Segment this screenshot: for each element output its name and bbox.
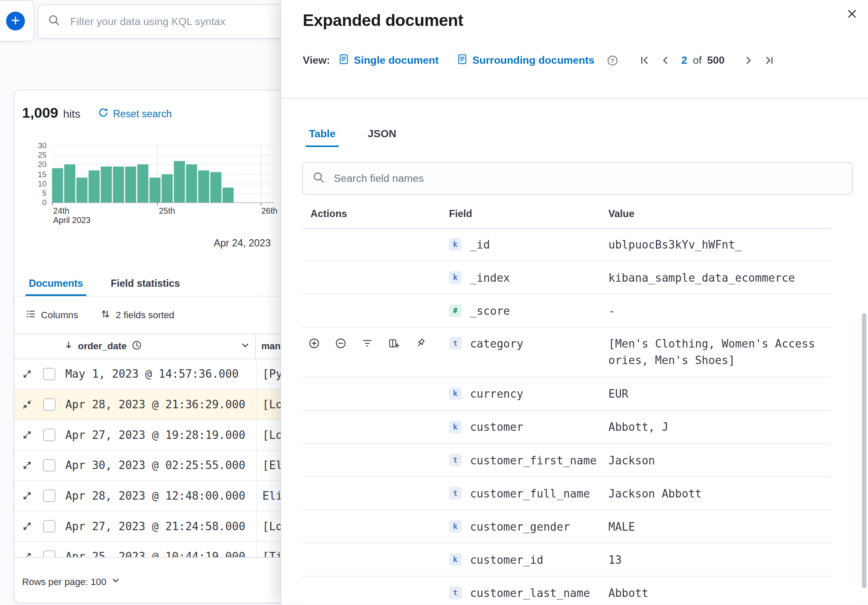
row-checkbox[interactable] — [43, 368, 56, 380]
next-document-button[interactable] — [741, 53, 756, 68]
x-tick-sublabel: April 2023 — [53, 215, 91, 225]
histogram-bar[interactable] — [113, 167, 124, 203]
table-row[interactable]: Apr 30, 2023 @ 02:25:55.000 [El — [14, 450, 302, 481]
plus-icon — [11, 15, 20, 27]
close-icon — [846, 8, 857, 21]
view-options-row: View: Single document Surrounding docume… — [303, 53, 777, 68]
tab-table[interactable]: Table — [306, 127, 339, 147]
order-date-cell: Apr 27, 2023 @ 19:28:19.000 — [65, 420, 257, 450]
tab-documents[interactable]: Documents — [26, 277, 86, 296]
histogram-bar[interactable] — [150, 178, 161, 203]
field-search-bar[interactable] — [302, 162, 852, 195]
histogram-bar[interactable] — [88, 170, 99, 203]
single-document-link[interactable]: Single document — [339, 54, 439, 68]
add-button[interactable] — [6, 11, 25, 30]
tab-field-statistics[interactable]: Field statistics — [108, 277, 183, 296]
field-value: ublpuocBs3kYv_hWFnt_ — [608, 228, 819, 261]
field-name: _score — [470, 304, 510, 317]
first-document-button[interactable] — [637, 53, 652, 68]
histogram-bar[interactable] — [210, 172, 221, 202]
kql-search-input[interactable] — [69, 15, 303, 28]
document-field-row: k_id ublpuocBs3kYv_hWFnt_ — [302, 228, 831, 261]
document-field-row: kcustomer_id 13 — [302, 543, 831, 577]
histogram-bar[interactable] — [162, 174, 173, 203]
chevron-down-icon — [111, 576, 120, 588]
flyout-scrollbar[interactable] — [862, 313, 866, 588]
view-label: View: — [303, 54, 330, 67]
histogram-bar[interactable] — [174, 161, 185, 202]
current-document-number: 2 — [681, 54, 687, 67]
x-tick-label: 26th — [261, 206, 278, 215]
expand-row-button[interactable] — [22, 460, 33, 471]
field-value: - — [608, 294, 819, 327]
document-field-row: tcustomer_full_name Jackson Abbott — [302, 477, 831, 510]
table-row[interactable]: Apr 25, 2023 @ 10:44:19.000 [Ti — [14, 542, 302, 558]
expand-row-button[interactable] — [22, 520, 33, 531]
keyword-type-icon: k — [449, 520, 462, 533]
row-checkbox[interactable] — [43, 459, 56, 472]
row-checkbox[interactable] — [43, 490, 56, 502]
clock-icon — [132, 340, 142, 353]
order-date-cell: Apr 28, 2023 @ 21:36:29.000 — [65, 390, 257, 419]
field-search-input[interactable] — [333, 172, 842, 185]
histogram-bar[interactable] — [64, 164, 75, 202]
field-name: customer_last_name — [470, 586, 590, 599]
histogram-bar[interactable] — [198, 170, 209, 203]
columns-icon — [26, 309, 36, 322]
grid-header: order_date man — [14, 334, 302, 359]
histogram-y-axis: 30 25 20 15 10 5 0 — [14, 90, 47, 218]
expand-row-button[interactable] — [22, 368, 33, 379]
last-document-button[interactable] — [762, 53, 777, 68]
sort-fields-button[interactable]: 2 fields sorted — [100, 309, 174, 322]
histogram-bars — [52, 146, 233, 203]
row-checkbox[interactable] — [43, 520, 56, 532]
pin-field-button[interactable] — [414, 337, 426, 349]
filter-for-value-button[interactable] — [308, 337, 320, 349]
table-row[interactable]: Apr 28, 2023 @ 12:48:00.000 Eli — [14, 481, 302, 512]
histogram-bar[interactable] — [223, 187, 234, 203]
row-checkbox[interactable] — [43, 399, 56, 411]
keyword-type-icon: k — [449, 553, 462, 566]
histogram-bar[interactable] — [101, 167, 112, 203]
expand-row-button[interactable] — [22, 551, 33, 558]
table-row[interactable]: Apr 27, 2023 @ 19:28:19.000 [Lo — [14, 420, 302, 450]
grid-rows: May 1, 2023 @ 14:57:36.000 [Py Apr 28, 2… — [14, 359, 302, 558]
field-value: Abbott, J — [608, 410, 819, 443]
document-pager: 2 of 500 — [637, 53, 777, 68]
keyword-type-icon: k — [449, 387, 462, 400]
table-row[interactable]: Apr 27, 2023 @ 21:24:58.000 [Lo — [14, 511, 302, 542]
filter-out-value-button[interactable] — [335, 337, 346, 349]
expand-row-button[interactable] — [22, 430, 33, 441]
histogram-bar[interactable] — [137, 164, 148, 202]
filter-exists-button[interactable] — [361, 337, 373, 349]
help-icon[interactable]: ? — [607, 54, 618, 66]
field-name: customer_id — [470, 553, 543, 566]
columns-button[interactable]: Columns — [26, 309, 78, 322]
text-type-icon: t — [449, 454, 462, 466]
reset-search-button[interactable]: Reset search — [98, 107, 172, 121]
tab-json[interactable]: JSON — [364, 127, 400, 147]
row-checkbox[interactable] — [43, 551, 56, 558]
previous-document-button[interactable] — [658, 53, 672, 68]
discover-panel: 1,009 hits Reset search 30 25 20 15 10 5… — [14, 90, 303, 603]
column-header-order-date[interactable]: order_date — [64, 334, 256, 359]
table-row[interactable]: May 1, 2023 @ 14:57:36.000 [Py — [14, 359, 302, 390]
expand-row-button[interactable] — [22, 490, 33, 501]
toggle-column-button[interactable] — [388, 337, 400, 349]
row-checkbox[interactable] — [43, 429, 56, 441]
field-name: currency — [470, 387, 523, 400]
table-row-selected[interactable]: Apr 28, 2023 @ 21:36:29.000 [Lo — [14, 390, 302, 420]
histogram-bar[interactable] — [125, 167, 136, 203]
column-header-manufacturer[interactable]: man — [256, 341, 281, 352]
surrounding-documents-link[interactable]: Surrounding documents — [457, 54, 594, 68]
rows-per-page-button[interactable]: Rows per page: 100 — [22, 576, 120, 588]
field-name: _index — [470, 271, 510, 284]
histogram-bar[interactable] — [77, 178, 88, 203]
histogram-bar[interactable] — [52, 168, 63, 202]
kql-search-bar[interactable] — [38, 4, 314, 39]
close-flyout-button[interactable] — [844, 7, 859, 22]
flyout-tabs: Table JSON — [306, 127, 400, 147]
collapse-row-button[interactable] — [22, 399, 33, 410]
column-menu-button[interactable] — [241, 341, 250, 352]
histogram-bar[interactable] — [186, 164, 197, 202]
